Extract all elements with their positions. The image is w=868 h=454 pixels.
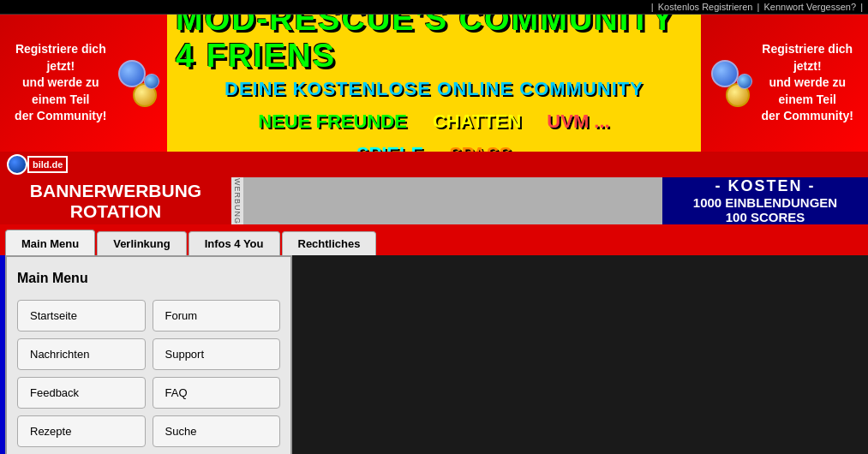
- menu-btn-startseite[interactable]: Startseite: [17, 300, 146, 332]
- top-bar-separator3: |: [860, 2, 863, 12]
- kosten-label: - KOSTEN -: [715, 177, 816, 195]
- ad-banner-area: [243, 177, 662, 224]
- werbung-label: WERBUNG: [231, 177, 243, 224]
- top-bar-separator2: |: [757, 2, 760, 12]
- forgot-password-link[interactable]: Kennwort Vergessen?: [763, 2, 856, 12]
- tab-main-menu[interactable]: Main Menu: [5, 230, 95, 255]
- top-bar-separator: |: [651, 2, 654, 12]
- nav-tabs: Main Menu Verlinkung Infos 4 You Rechtli…: [0, 224, 868, 255]
- menu-btn-suche[interactable]: Suche: [153, 415, 281, 447]
- nav-uvm[interactable]: UVM ...: [547, 111, 609, 133]
- header-right-registration[interactable]: Registriere dich jetzt!und werde zueinem…: [701, 15, 868, 152]
- ad-rotation: ROTATION: [70, 201, 162, 222]
- nav-neue-freunde[interactable]: NEUE FREUNDE: [258, 111, 407, 133]
- reg-text-left: Registriere dich jetzt!und werde zueinem…: [10, 41, 111, 125]
- bild-bar: bild.de: [0, 152, 868, 177]
- ad-left-panel: BANNERWERBUNG ROTATION: [0, 177, 231, 224]
- menu-btn-forum[interactable]: Forum: [153, 300, 281, 332]
- ad-middle-panel: WERBUNG: [231, 177, 662, 224]
- tab-verlinkung[interactable]: Verlinkung: [97, 231, 186, 255]
- site-title: MOD-RESCUE'S COMMUNITY 4 FRIENS: [176, 15, 692, 75]
- menu-btn-nachrichten[interactable]: Nachrichten: [17, 338, 146, 370]
- menu-panel: Main Menu Startseite Forum Nachrichten S…: [5, 255, 292, 454]
- nav-spiele[interactable]: SPIELE: [356, 143, 423, 152]
- menu-grid: Startseite Forum Nachrichten Support Fee…: [17, 300, 280, 447]
- header-nav-icons2: SPIELE SPAß: [356, 143, 512, 152]
- header-left-registration[interactable]: Registriere dich jetzt!und werde zueinem…: [0, 15, 167, 152]
- tab-rechtliches[interactable]: Rechtliches: [282, 231, 377, 255]
- bubble-icon-right: [711, 60, 750, 107]
- menu-btn-feedback[interactable]: Feedback: [17, 377, 146, 409]
- ad-bannerwerbung: BANNERWERBUNG: [30, 181, 201, 201]
- site-subtitle: DEINE KOSTENLOSE ONLINE COMMUNITY: [224, 78, 644, 100]
- reg-text-right: Registriere dich jetzt!und werde zueinem…: [757, 41, 858, 125]
- header-nav-icons: NEUE FREUNDE CHATTEN UVM ...: [258, 111, 609, 133]
- register-link[interactable]: Kostenlos Registrieren: [658, 2, 753, 12]
- tab-infos-4-you[interactable]: Infos 4 You: [189, 231, 280, 255]
- menu-panel-title: Main Menu: [17, 267, 280, 290]
- einblendungen-label: 1000 EINBLENDUNGEN: [693, 195, 837, 210]
- bild-logo[interactable]: bild.de: [27, 156, 68, 173]
- header-center: MOD-RESCUE'S COMMUNITY 4 FRIENS DEINE KO…: [167, 15, 701, 152]
- top-bar: | Kostenlos Registrieren | Kennwort Verg…: [0, 0, 868, 15]
- nav-spas[interactable]: SPAß: [449, 143, 512, 152]
- ad-section: BANNERWERBUNG ROTATION WERBUNG - KOSTEN …: [0, 177, 868, 224]
- scores-label: 100 SCORES: [726, 210, 805, 224]
- menu-btn-faq[interactable]: FAQ: [153, 377, 281, 409]
- right-content-area: [292, 255, 868, 454]
- menu-btn-rezepte[interactable]: Rezepte: [17, 415, 146, 447]
- ad-right-panel[interactable]: - KOSTEN - 1000 EINBLENDUNGEN 100 SCORES: [662, 177, 868, 224]
- menu-btn-support[interactable]: Support: [153, 338, 281, 370]
- header-banner: Registriere dich jetzt!und werde zueinem…: [0, 15, 868, 152]
- bubble-icon-left: [118, 60, 157, 107]
- main-content: Main Menu Startseite Forum Nachrichten S…: [0, 255, 868, 454]
- globe-icon: [7, 154, 27, 175]
- nav-chatten[interactable]: CHATTEN: [433, 111, 521, 133]
